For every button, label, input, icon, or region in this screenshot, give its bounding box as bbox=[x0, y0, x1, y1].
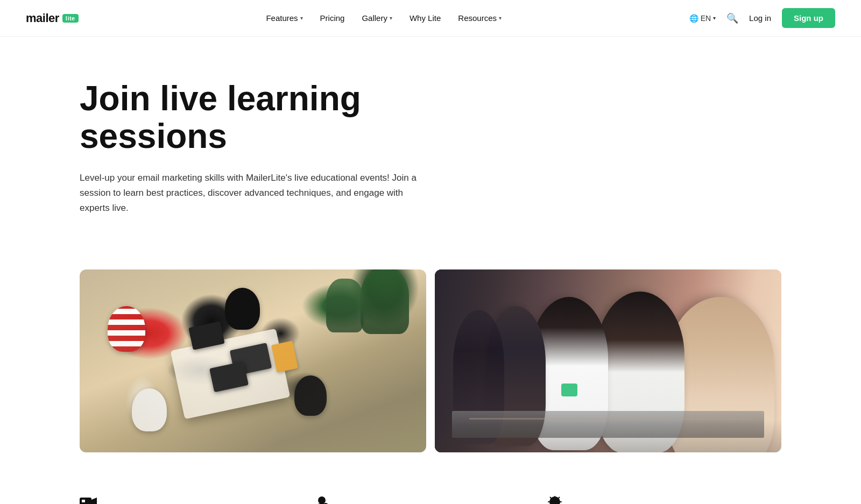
person-bg-2 bbox=[453, 310, 504, 444]
language-selector[interactable]: 🌐 EN ▾ bbox=[689, 14, 716, 23]
icon-item-video bbox=[80, 495, 314, 504]
nav-resources[interactable]: Resources ▾ bbox=[458, 13, 502, 23]
search-icon[interactable]: 🔍 bbox=[726, 12, 738, 24]
workshop-image bbox=[80, 269, 426, 452]
laptop-row bbox=[452, 411, 764, 438]
chevron-down-icon: ▾ bbox=[713, 15, 716, 21]
laptop-3 bbox=[209, 361, 249, 392]
laptop-1 bbox=[188, 321, 224, 350]
session-image bbox=[435, 269, 781, 452]
hero-heading: Join live learning sessions bbox=[80, 80, 456, 155]
person-dark-top bbox=[225, 288, 260, 330]
logo-badge: lite bbox=[62, 14, 79, 23]
notebook bbox=[271, 340, 298, 372]
person-white bbox=[132, 388, 167, 431]
person-bottom-right bbox=[294, 375, 327, 416]
svg-point-3 bbox=[318, 496, 326, 504]
hero-description: Level-up your email marketing skills wit… bbox=[80, 171, 424, 216]
chevron-icon: ▾ bbox=[300, 15, 303, 21]
chevron-icon: ▾ bbox=[390, 15, 392, 21]
nav-why-lite[interactable]: Why Lite bbox=[410, 13, 441, 23]
svg-rect-0 bbox=[80, 498, 91, 504]
nav-links: Features ▾ Pricing Gallery ▾ Why Lite Re… bbox=[266, 13, 502, 23]
scene-overlay bbox=[80, 269, 426, 452]
images-section bbox=[54, 269, 807, 452]
globe-icon: 🌐 bbox=[689, 14, 698, 23]
table-surface bbox=[469, 418, 753, 420]
nav-gallery[interactable]: Gallery ▾ bbox=[362, 13, 392, 23]
logo[interactable]: mailer lite bbox=[26, 11, 79, 25]
navigation: mailer lite Features ▾ Pricing Gallery ▾… bbox=[0, 0, 861, 37]
person-middle-right bbox=[596, 292, 684, 452]
video-icon bbox=[80, 495, 97, 504]
svg-rect-2 bbox=[82, 500, 85, 502]
laptop-2 bbox=[230, 343, 272, 376]
nav-right: 🌐 EN ▾ 🔍 Log in Sign up bbox=[689, 8, 835, 28]
plant-right bbox=[361, 269, 409, 334]
language-label: EN bbox=[701, 14, 711, 23]
hero-section: Join live learning sessions Level-up you… bbox=[54, 37, 807, 269]
person-striped bbox=[108, 306, 145, 352]
login-link[interactable]: Log in bbox=[749, 13, 771, 23]
plant-left bbox=[326, 279, 364, 332]
icon-item-person bbox=[314, 495, 548, 504]
chevron-icon: ▾ bbox=[499, 15, 502, 21]
nav-pricing[interactable]: Pricing bbox=[320, 13, 345, 23]
nav-features[interactable]: Features ▾ bbox=[266, 13, 302, 23]
logo-text: mailer bbox=[26, 11, 59, 25]
icons-section bbox=[54, 485, 807, 504]
svg-marker-1 bbox=[91, 498, 97, 504]
table-surface bbox=[171, 329, 291, 420]
icon-item-bulb bbox=[547, 495, 781, 504]
lightbulb-icon bbox=[547, 495, 562, 504]
signup-button[interactable]: Sign up bbox=[782, 8, 835, 28]
person-icon bbox=[314, 495, 330, 504]
green-logo-mark bbox=[561, 384, 577, 396]
